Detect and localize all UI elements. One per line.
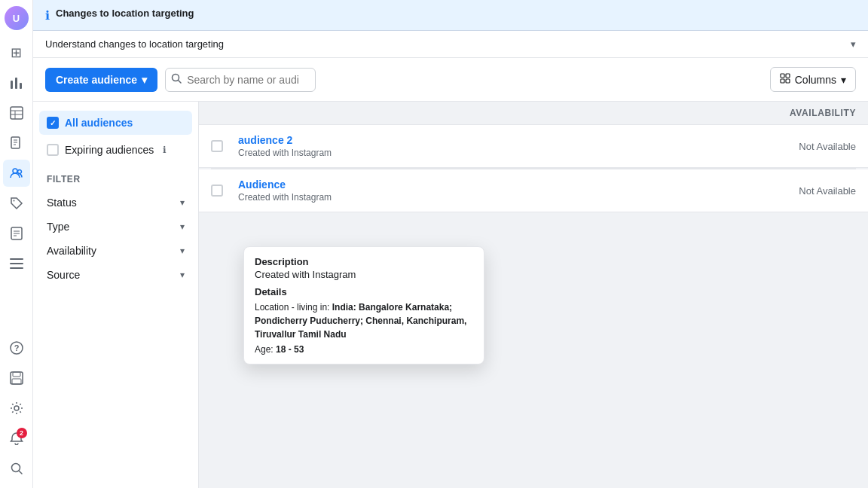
search-wrapper [165, 68, 316, 92]
save-nav-icon[interactable] [3, 364, 30, 392]
type-filter[interactable]: Type ▾ [39, 215, 192, 239]
row2-availability: Not Available [735, 185, 856, 197]
row2-checkbox[interactable] [211, 185, 223, 197]
menu-nav-icon[interactable] [3, 250, 30, 277]
svg-rect-0 [11, 81, 13, 89]
tooltip-location: Location - living in: India: Bangalore K… [255, 300, 473, 341]
sidebar: ✓ All audiences Expiring audiences ℹ Fil… [33, 102, 199, 488]
svg-rect-1 [15, 78, 17, 89]
row2-name-link[interactable]: Audience [238, 178, 735, 191]
source-filter[interactable]: Source ▾ [39, 263, 192, 287]
row2-sub: Created with Instagram [238, 192, 735, 203]
search-bottom-icon[interactable] [3, 455, 30, 482]
svg-rect-3 [11, 107, 23, 119]
row1-availability: Not Available [735, 141, 856, 152]
svg-rect-18 [10, 258, 23, 260]
create-chevron-icon: ▾ [142, 74, 147, 86]
svg-point-13 [13, 200, 14, 202]
create-audience-label: Create audience [56, 74, 137, 86]
banner-title: Changes to location targeting [56, 8, 194, 19]
expiring-audiences-item[interactable]: Expiring audiences ℹ [39, 138, 192, 162]
svg-rect-2 [20, 83, 22, 89]
bell-nav-icon[interactable]: 2 [3, 425, 30, 452]
audiences-nav-icon[interactable] [3, 160, 30, 187]
svg-line-28 [19, 471, 22, 474]
svg-line-30 [179, 81, 182, 84]
svg-point-11 [13, 169, 17, 173]
tooltip-age-value: 18 - 53 [276, 344, 304, 355]
tooltip-age-prefix: Age: [255, 344, 276, 355]
table-row[interactable]: Audience Created with Instagram Not Avai… [199, 169, 868, 212]
status-chevron-icon: ▾ [180, 197, 185, 208]
chart-nav-icon[interactable] [3, 69, 30, 96]
filter-title: Filter [39, 171, 192, 191]
filter-section: Filter Status ▾ Type ▾ Availability ▾ So… [39, 171, 192, 287]
notification-badge: 2 [17, 428, 27, 438]
tooltip-details-label: Details [255, 286, 473, 297]
tag-nav-icon[interactable] [3, 190, 30, 217]
understand-text: Understand changes to location targeting [45, 38, 224, 50]
help-nav-icon[interactable]: ? [3, 334, 30, 361]
search-input[interactable] [165, 68, 316, 92]
status-filter-label: Status [47, 197, 77, 209]
tooltip-description-value: Created with Instagram [255, 269, 473, 280]
location-targeting-banner: ℹ Changes to location targeting [33, 0, 868, 31]
all-audiences-checkbox[interactable]: ✓ [47, 117, 59, 129]
availability-chevron-icon: ▾ [180, 246, 185, 256]
columns-button[interactable]: Columns ▾ [770, 67, 856, 92]
table-row[interactable]: audience 2 Created with Instagram Not Av… [199, 125, 868, 168]
svg-rect-25 [12, 379, 21, 384]
understand-bar[interactable]: Understand changes to location targeting… [33, 31, 868, 58]
header-availability: Availability [735, 108, 856, 118]
columns-chevron-icon: ▾ [841, 74, 846, 86]
columns-label: Columns [795, 74, 836, 86]
table-nav-icon[interactable] [3, 99, 30, 127]
tooltip-age: Age: 18 - 53 [255, 344, 473, 355]
type-filter-label: Type [47, 221, 69, 233]
svg-rect-34 [786, 79, 790, 83]
grid-nav-icon[interactable]: ⊞ [3, 39, 30, 66]
all-audiences-label: All audiences [65, 117, 133, 129]
search-icon [171, 73, 182, 86]
columns-grid-icon [780, 73, 790, 86]
type-chevron-icon: ▾ [180, 221, 185, 232]
info-icon: ℹ [45, 8, 50, 23]
table-area: Availability audience 2 Created with Ins… [199, 102, 868, 488]
status-filter[interactable]: Status ▾ [39, 191, 192, 215]
svg-rect-19 [10, 263, 23, 264]
tooltip-description-label: Description [255, 256, 473, 267]
left-nav: U ⊞ ? 2 [0, 0, 33, 488]
understand-chevron-icon: ▾ [851, 38, 856, 50]
svg-point-26 [14, 406, 19, 410]
availability-filter[interactable]: Availability ▾ [39, 239, 192, 263]
page-nav-icon[interactable] [3, 130, 30, 157]
svg-rect-33 [781, 79, 784, 83]
source-chevron-icon: ▾ [180, 270, 185, 280]
create-audience-button[interactable]: Create audience ▾ [45, 68, 157, 92]
settings-nav-icon[interactable] [3, 395, 30, 422]
svg-rect-24 [13, 372, 20, 377]
svg-rect-32 [786, 74, 790, 78]
tooltip-location-prefix: Location - living in: [255, 302, 332, 313]
expiring-info-icon: ℹ [163, 145, 167, 155]
toolbar: Create audience ▾ Columns ▾ [33, 58, 868, 102]
svg-rect-31 [781, 74, 784, 78]
svg-text:?: ? [14, 343, 19, 352]
row1-name-link[interactable]: audience 2 [238, 134, 735, 146]
avatar[interactable]: U [5, 6, 29, 30]
availability-filter-label: Availability [47, 245, 96, 257]
report-nav-icon[interactable] [3, 220, 30, 247]
content-area: ✓ All audiences Expiring audiences ℹ Fil… [33, 102, 868, 488]
expiring-audiences-checkbox[interactable] [47, 144, 59, 156]
all-audiences-item[interactable]: ✓ All audiences [39, 111, 192, 135]
audience-tooltip: Description Created with Instagram Detai… [243, 246, 484, 364]
row1-sub: Created with Instagram [238, 148, 735, 158]
table-header: Availability [199, 102, 868, 125]
svg-point-12 [17, 170, 21, 174]
expiring-audiences-label: Expiring audiences [65, 144, 154, 156]
row1-checkbox[interactable] [211, 140, 223, 152]
source-filter-label: Source [47, 269, 80, 281]
main-content: ℹ Changes to location targeting Understa… [33, 0, 868, 488]
svg-rect-20 [10, 267, 23, 269]
